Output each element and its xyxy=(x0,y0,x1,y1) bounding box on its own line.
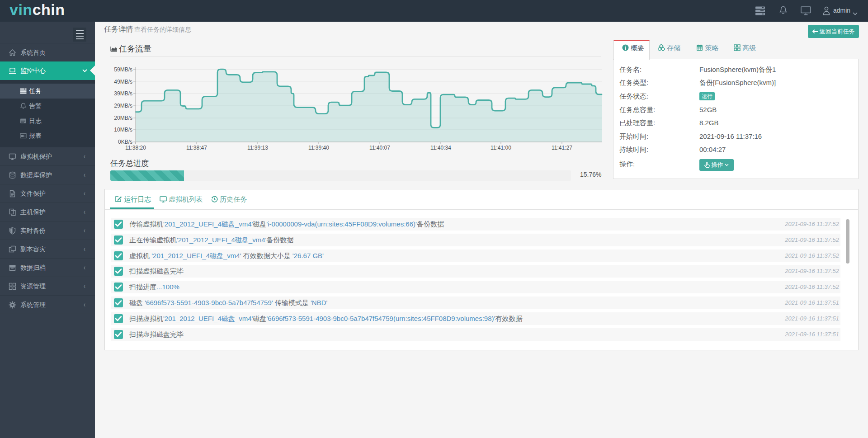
svg-text:49MB/s: 49MB/s xyxy=(114,79,132,85)
svg-text:11:39:13: 11:39:13 xyxy=(247,145,268,151)
svg-text:59MB/s: 59MB/s xyxy=(114,66,132,73)
svg-text:11:39:40: 11:39:40 xyxy=(308,145,329,151)
svg-text:20MB/s: 20MB/s xyxy=(114,115,132,121)
svg-text:11:38:47: 11:38:47 xyxy=(186,145,207,151)
svg-text:0KB/s: 0KB/s xyxy=(118,139,132,145)
svg-text:11:40:07: 11:40:07 xyxy=(369,145,390,151)
svg-text:11:40:34: 11:40:34 xyxy=(430,145,451,151)
svg-text:11:41:27: 11:41:27 xyxy=(552,145,572,151)
svg-text:11:38:20: 11:38:20 xyxy=(125,145,146,151)
svg-text:29MB/s: 29MB/s xyxy=(114,103,132,109)
svg-text:10MB/s: 10MB/s xyxy=(114,127,132,133)
svg-text:11:41:00: 11:41:00 xyxy=(491,145,511,151)
svg-text:39MB/s: 39MB/s xyxy=(114,90,132,97)
